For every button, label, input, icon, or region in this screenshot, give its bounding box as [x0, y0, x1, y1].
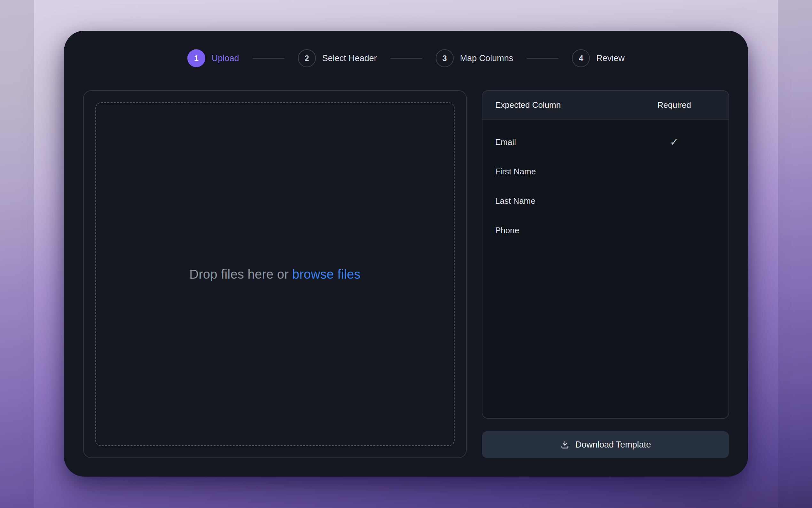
table-row-last-name: Last Name — [482, 186, 728, 216]
upload-panel: Drop files here or browse files — [83, 90, 467, 458]
step-connector — [527, 58, 559, 58]
step-upload[interactable]: 1 Upload — [187, 49, 239, 67]
step-connector — [252, 58, 285, 58]
dropzone-text: Drop files here or browse files — [189, 267, 360, 282]
wizard-stepper: 1 Upload 2 Select Header 3 Map Columns 4… — [64, 49, 748, 67]
download-icon — [560, 440, 570, 450]
step-map-columns[interactable]: 3 Map Columns — [436, 49, 513, 67]
step-4-label: Review — [596, 53, 625, 64]
table-row-first-name: First Name — [482, 157, 728, 186]
check-icon: ✓ — [670, 136, 679, 148]
step-select-header[interactable]: 2 Select Header — [298, 49, 377, 67]
step-2-label: Select Header — [322, 53, 377, 64]
import-wizard-card: 1 Upload 2 Select Header 3 Map Columns 4… — [64, 31, 748, 477]
row-label: Phone — [495, 225, 620, 236]
expected-columns-header: Expected Column Required — [482, 91, 728, 120]
step-2-circle: 2 — [298, 49, 316, 67]
step-3-label: Map Columns — [460, 53, 513, 64]
step-review[interactable]: 4 Review — [572, 49, 625, 67]
step-1-circle: 1 — [187, 49, 205, 67]
expected-columns-body: Email ✓ First Name Last Name Phone — [482, 120, 728, 245]
download-template-button[interactable]: Download Template — [482, 431, 729, 458]
expected-columns-panel: Expected Column Required Email ✓ First N… — [482, 90, 729, 419]
background-edge-band-left — [0, 0, 34, 508]
header-required: Required — [657, 100, 691, 110]
row-label: Email — [495, 137, 620, 147]
file-dropzone[interactable]: Drop files here or browse files — [95, 102, 455, 446]
browse-files-link[interactable]: browse files — [292, 267, 361, 281]
step-1-label: Upload — [211, 53, 239, 64]
download-template-label: Download Template — [575, 440, 651, 450]
table-row-email: Email ✓ — [482, 127, 728, 157]
step-4-circle: 4 — [572, 49, 590, 67]
desktop-background: { "colors":{ "accent":"#7c5ff0", "accent… — [0, 0, 812, 508]
background-edge-band-right — [778, 0, 812, 508]
step-3-circle: 3 — [436, 49, 453, 67]
header-expected-column: Expected Column — [495, 100, 620, 110]
row-label: Last Name — [495, 196, 620, 206]
dropzone-text-prefix: Drop files here or — [189, 267, 292, 281]
table-row-phone: Phone — [482, 216, 728, 245]
row-label: First Name — [495, 167, 620, 177]
step-connector — [390, 58, 422, 58]
